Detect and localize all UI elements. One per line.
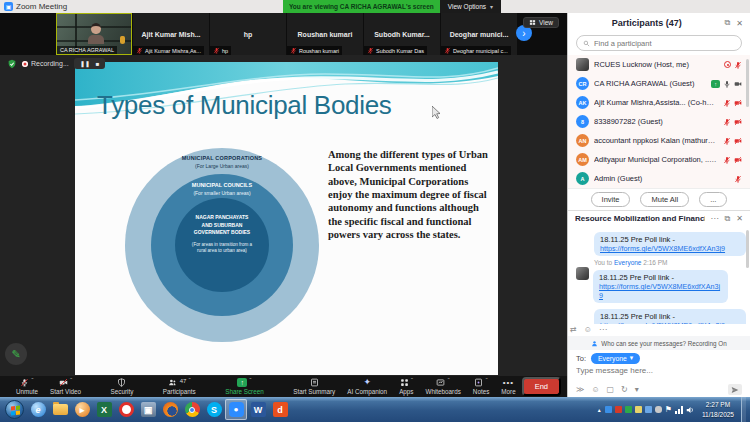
- video-thumbnail-hp[interactable]: hp hp: [210, 13, 286, 55]
- apps-button[interactable]: ˆ Apps: [393, 378, 419, 396]
- video-thumbnail-deoghar[interactable]: Deoghar munici... Deoghar municipal c...: [441, 13, 517, 55]
- screen-capture-icon[interactable]: ≫: [576, 385, 584, 394]
- recipient-selector[interactable]: Everyone▾: [591, 353, 640, 364]
- recording-controls[interactable]: ❚❚ ■: [74, 58, 106, 69]
- taskbar-firefox-icon[interactable]: [159, 399, 181, 420]
- end-meeting-button[interactable]: End: [522, 377, 561, 396]
- participant-search-box[interactable]: [576, 35, 742, 51]
- notes-button[interactable]: ˆ Notes: [467, 378, 495, 396]
- unmute-button[interactable]: ˆ Unmute: [10, 378, 44, 396]
- whiteboards-button[interactable]: ˆ Whiteboards: [419, 378, 466, 396]
- chat-link[interactable]: https://forms.gle/V5WX8ME6xdfXAn3j9: [600, 321, 740, 324]
- pause-recording-button[interactable]: ❚❚: [80, 60, 90, 67]
- chat-more-icon[interactable]: ⋯: [711, 214, 719, 223]
- security-button[interactable]: Security: [105, 378, 140, 396]
- invite-button[interactable]: Invite: [591, 192, 631, 207]
- more-button[interactable]: ••• More: [495, 378, 521, 396]
- history-icon[interactable]: ↻: [621, 385, 628, 394]
- attach-file-icon[interactable]: ▢: [607, 385, 615, 394]
- tray-app-icon[interactable]: [645, 406, 652, 413]
- taskbar-ie-icon[interactable]: e: [27, 399, 49, 420]
- avatar: AN: [576, 134, 589, 147]
- chat-link[interactable]: https://forms.gle/V5WX8ME6xdfXAn3j9: [600, 244, 740, 253]
- share-screen-button[interactable]: ↑ ˆ Share Screen: [219, 378, 270, 396]
- participant-row[interactable]: 8 8338907282 (Guest): [568, 112, 750, 131]
- taskbar-pdf-icon[interactable]: d: [269, 399, 291, 420]
- meeting-toolbar: ˆ Unmute ˆ Start Video Security 47 ˆ: [0, 376, 567, 397]
- view-options-button[interactable]: View Options▾: [440, 0, 501, 13]
- recording-indicator-icon: [724, 61, 731, 68]
- tray-app-icon[interactable]: [635, 406, 642, 413]
- close-icon[interactable]: ✕: [736, 19, 743, 28]
- chat-message[interactable]: 18.11.25 Pre Poll link - https://forms.g…: [594, 309, 746, 324]
- start-video-button[interactable]: ˆ Start Video: [44, 378, 87, 396]
- tray-expand-icon[interactable]: ▲: [597, 407, 602, 413]
- participants-button[interactable]: 47 ˆ Participants: [157, 378, 202, 396]
- taskbar-clock[interactable]: 2:27 PM 11/18/2025: [702, 400, 734, 418]
- network-icon[interactable]: [675, 406, 683, 414]
- chevron-up-icon[interactable]: ˆ: [70, 378, 72, 383]
- taskbar-excel-icon[interactable]: X: [93, 399, 115, 420]
- chevron-up-icon[interactable]: ˆ: [411, 378, 413, 383]
- recording-dot-icon: [22, 61, 28, 67]
- chat-scrollbar[interactable]: [746, 230, 749, 268]
- emoji-icon[interactable]: ☺: [591, 385, 599, 394]
- mute-all-button[interactable]: Mute All: [640, 192, 689, 207]
- taskbar-zoom-icon[interactable]: ⏺: [225, 399, 247, 420]
- annotate-pencil-button[interactable]: ✎: [5, 343, 27, 365]
- video-thumbnail-ajit[interactable]: Ajit Kumar Mish... Ajit Kumar Mishra,As.…: [133, 13, 209, 55]
- tray-app-icon[interactable]: [625, 406, 632, 413]
- chat-popout-icon[interactable]: ⧉: [725, 214, 731, 224]
- chat-link[interactable]: https://forms.gle/V5WX8ME6xdfXAn3j9: [599, 282, 722, 300]
- send-message-button[interactable]: [728, 384, 742, 395]
- tray-app-icon[interactable]: [615, 406, 622, 413]
- ai-companion-button[interactable]: ✦ AI Companion: [341, 378, 393, 396]
- message-more-icon[interactable]: ⋯: [599, 325, 607, 334]
- taskbar-remote-icon[interactable]: ▣: [137, 399, 159, 420]
- video-thumbnail-roushan[interactable]: Roushan kumari Roushan kumari: [287, 13, 363, 55]
- taskbar-media-player-icon[interactable]: ▸: [71, 399, 93, 420]
- chevron-down-icon[interactable]: ▾: [635, 385, 639, 394]
- view-layout-button[interactable]: View: [523, 17, 559, 28]
- participant-row[interactable]: AN accountant nppkosi Kalan (mathura) (G…: [568, 131, 750, 150]
- chevron-up-icon[interactable]: ˆ: [249, 378, 251, 383]
- popout-icon[interactable]: ⧉: [725, 18, 731, 28]
- tray-app-icon[interactable]: [605, 406, 612, 413]
- participants-scrollbar[interactable]: [746, 59, 749, 107]
- taskbar-opera-icon[interactable]: [115, 399, 137, 420]
- tray-mouse-icon[interactable]: [655, 406, 662, 413]
- search-input[interactable]: [594, 39, 735, 48]
- emoji-reaction-icon[interactable]: ☺: [584, 325, 592, 334]
- stop-recording-button[interactable]: ■: [96, 61, 100, 67]
- taskbar-chrome-icon[interactable]: [181, 399, 203, 420]
- volume-icon[interactable]: [686, 406, 695, 414]
- chevron-up-icon[interactable]: ˆ: [447, 378, 449, 383]
- chat-close-icon[interactable]: ✕: [736, 214, 743, 223]
- thumbnail-name-label: hp: [222, 48, 228, 54]
- chat-message-input[interactable]: [576, 366, 742, 375]
- system-tray: ▲ ⚑ 2:27 PM 11/18/2025: [597, 397, 748, 422]
- chat-message[interactable]: 18.11.25 Pre Poll link - https://forms.g…: [593, 270, 728, 303]
- quote-reply-icon[interactable]: ⇄: [570, 325, 577, 334]
- start-summary-button[interactable]: Start Summary: [287, 378, 341, 396]
- taskbar-skype-icon[interactable]: S: [203, 399, 225, 420]
- participant-row[interactable]: CR CA RICHA AGRAWAL (Guest) ↑: [568, 74, 750, 93]
- chevron-up-icon[interactable]: ˆ: [485, 378, 487, 383]
- chevron-up-icon[interactable]: ˆ: [31, 378, 33, 383]
- chevron-up-icon[interactable]: ˆ: [188, 378, 190, 383]
- start-button[interactable]: [5, 400, 24, 419]
- share-screen-icon: ↑: [237, 378, 247, 387]
- participant-row[interactable]: A Admin (Guest): [568, 169, 750, 188]
- action-center-flag-icon[interactable]: ⚑: [665, 405, 672, 414]
- participant-row[interactable]: AK Ajit Kumar Mishra,Assista... (Co-host…: [568, 93, 750, 112]
- participants-more-button[interactable]: ...: [699, 192, 727, 207]
- taskbar-explorer-icon[interactable]: [49, 399, 71, 420]
- show-desktop-button[interactable]: [741, 397, 746, 422]
- video-thumbnail-richa[interactable]: CA RICHA AGRAWAL: [56, 13, 132, 55]
- chat-message[interactable]: 18.11.25 Pre Poll link - https://forms.g…: [594, 232, 746, 256]
- participant-row[interactable]: RCUES Lucknow (Host, me): [568, 55, 750, 74]
- muted-mic-icon: [213, 47, 220, 54]
- participant-row[interactable]: AM Adityapur Municipal Corporation, ... …: [568, 150, 750, 169]
- video-thumbnail-subodh[interactable]: Subodh Kumar... Subodh Kumar Das: [364, 13, 440, 55]
- taskbar-word-icon[interactable]: W: [247, 399, 269, 420]
